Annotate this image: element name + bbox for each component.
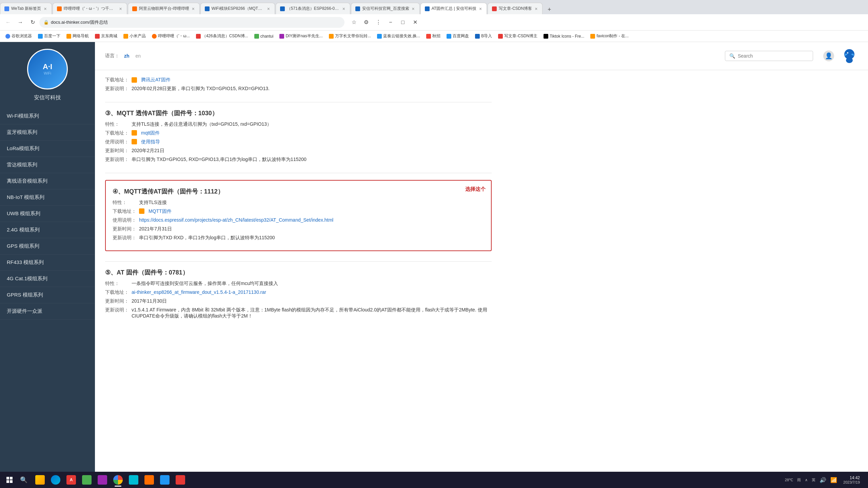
taskbar-app-explorer[interactable] (33, 472, 47, 487)
tab-label-at-firmware: AT固件汇总 | 安信可科技 (432, 6, 476, 12)
reload-button[interactable]: ↻ (27, 17, 38, 28)
bookmark-nav[interactable]: 网络导航 (64, 32, 92, 40)
tab-close-anxin-search[interactable]: × (411, 6, 415, 12)
bookmark-bilibili[interactable]: 哔哩哔哩（'・ω... (149, 32, 193, 40)
user-icon[interactable]: 👤 (823, 50, 834, 61)
search-box[interactable]: 🔍 (725, 51, 813, 61)
bookmark-csdn426[interactable]: （426条消息）CSDN博... (193, 32, 251, 40)
main-content[interactable]: 语言： zh en 🔍 👤 (95, 42, 868, 472)
start-button[interactable] (3, 473, 16, 487)
s3-download-link[interactable]: mqtt固件 (141, 130, 160, 136)
tab-aliyun[interactable]: 阿里云物联网平台-哔哩哔哩 × (128, 3, 200, 14)
bookmark-google[interactable]: 谷歌浏览器 (3, 32, 35, 40)
bookmark-button[interactable]: ☆ (349, 17, 359, 28)
sidebar-item-wifi[interactable]: Wi-Fi模组系列 (0, 108, 95, 124)
tab-close-bilibili1[interactable]: × (118, 6, 122, 12)
taskbar-app-chrome[interactable] (111, 472, 125, 487)
tab-bilibili1[interactable]: 哔哩哔哩（'・ω・'）つ千杯—哔哩哔哩 × (53, 3, 127, 14)
bookmark-lanzou[interactable]: 蓝奏云链接失效,换... (374, 32, 423, 40)
sidebar-item-rf433[interactable]: RF433 模组系列 (0, 255, 95, 271)
sidebar-item-gprs[interactable]: GPRS 模组系列 (0, 287, 95, 303)
taskbar-app-app10[interactable] (157, 472, 172, 487)
sidebar-item-opensource[interactable]: 开源硬件一众派 (0, 303, 95, 320)
bookmark-diy[interactable]: DIY测评nas半先生... (277, 32, 325, 40)
tab-close-571[interactable]: × (342, 6, 346, 12)
taskbar-app-edge[interactable] (48, 472, 63, 487)
bookmark-label-nav: 网络导航 (73, 33, 89, 39)
sidebar-item-gps[interactable]: GPS 模组系列 (0, 238, 95, 255)
bookmark-csdn-write[interactable]: 写文章-CSDN博主 (495, 32, 540, 40)
taskbar-app-app11[interactable] (173, 472, 188, 487)
divider-3 (105, 261, 492, 262)
tab-close-at-firmware[interactable]: × (478, 6, 482, 12)
tray-network[interactable]: 🔊 (818, 476, 828, 484)
bookmark-jd[interactable]: 京东商城 (92, 32, 120, 40)
sidebar-item-radar[interactable]: 雷达模组系列 (0, 157, 95, 173)
sidebar-item-24g[interactable]: 2.4G 模组系列 (0, 222, 95, 238)
tab-close-csdn[interactable]: × (534, 6, 538, 12)
s3-usage-link[interactable]: 使用指导 (141, 139, 160, 145)
maximize-button[interactable]: □ (397, 17, 408, 28)
s4-download-link[interactable]: MQTT固件 (149, 208, 172, 215)
s4-desc-value: 串口引脚为TXD RXD，串口1作为log串口，默认波特率为115200 (139, 235, 275, 241)
sidebar-item-nbiot[interactable]: NB-IoT 模组系列 (0, 189, 95, 206)
lang-zh[interactable]: zh (123, 53, 131, 59)
tray-wifi[interactable]: 📶 (829, 476, 839, 484)
taskbar-app-acrobat[interactable]: A (64, 472, 79, 487)
bookmark-qiuzhao[interactable]: 秋招 (423, 32, 443, 40)
bookmark-tiktok[interactable]: Tiktok Icons - Fre... (541, 33, 587, 40)
bookmark-baidu-pan[interactable]: 百度网盘 (444, 32, 472, 40)
bookmark-favicon[interactable]: favicon制作 - 在... (588, 32, 631, 40)
back-button[interactable]: ← (3, 17, 14, 28)
close-button[interactable]: ✕ (410, 17, 420, 28)
tray-ime[interactable]: 英 (810, 477, 817, 483)
bookmark-wanzi[interactable]: 万字长文带你玩转... (326, 32, 374, 40)
taskbar-search-button[interactable]: 🔍 (18, 474, 30, 486)
tray-arrow[interactable]: ∧ (804, 477, 809, 483)
tab-at-firmware[interactable]: AT固件汇总 | 安信可科技 × (420, 3, 487, 14)
tab-571[interactable]: （571条消息）ESP8266-01 M... × (276, 3, 350, 14)
lang-en[interactable]: en (134, 53, 142, 59)
sidebar-item-bluetooth[interactable]: 蓝牙模组系列 (0, 124, 95, 141)
profile-button[interactable]: ⚙ (361, 17, 372, 28)
s5-download-link[interactable]: ai-thinker_esp8266_at_firmware_dout_v1.5… (132, 289, 266, 295)
bookmark-label-qiuzhao: 秋招 (432, 33, 440, 39)
tab-close-aliyun[interactable]: × (191, 6, 195, 12)
user-avatar-icon: 👤 (825, 52, 832, 60)
address-bar[interactable]: 🔒 docs.ai-thinker.com/固件总结 (39, 17, 344, 28)
tab-close-wifi[interactable]: × (267, 6, 271, 12)
bookmark-xiaomi[interactable]: 小米产品 (121, 32, 149, 40)
taskbar-app-app6[interactable] (95, 472, 110, 487)
tab-anxin-search[interactable]: 安信可科技官网_百度搜索 × (351, 3, 420, 14)
time-display[interactable]: 14:42 2023/7/19 (841, 475, 863, 484)
prev-download-link[interactable]: 腾讯云AT固件 (141, 77, 171, 83)
tab-favicon-csdn (492, 6, 497, 11)
svg-rect-5 (6, 480, 9, 483)
tab-close-wetab[interactable]: × (43, 6, 47, 12)
extension-button[interactable]: ⋮ (373, 17, 384, 28)
taskbar-app-app8[interactable] (126, 472, 141, 487)
highlight-badge[interactable]: 选择这个 (465, 186, 486, 192)
new-tab-button[interactable]: + (545, 5, 554, 14)
tab-wetab[interactable]: WeTab 新标签页 × (0, 3, 52, 14)
prev-link-icon (132, 77, 137, 83)
s3-desc-label: 更新说明： (105, 157, 129, 163)
bookmark-icon-diy (279, 34, 284, 39)
s4-link-icon (139, 208, 144, 214)
forward-button[interactable]: → (15, 17, 26, 28)
minimize-button[interactable]: − (385, 17, 396, 28)
bookmark-import[interactable]: B导入 (472, 32, 495, 40)
taskbar-app-app5[interactable] (79, 472, 94, 487)
s4-usage-link[interactable]: https://docs.espressif.com/projects/esp-… (139, 217, 333, 223)
bookmark-baidu[interactable]: 百度一下 (35, 32, 63, 40)
tab-csdn[interactable]: 写文章-CSDN博客 × (488, 3, 542, 14)
sidebar-item-voice[interactable]: 离线语音模组系列 (0, 173, 95, 189)
bookmark-chantui[interactable]: chantui (252, 33, 276, 40)
sidebar-item-lora[interactable]: LoRa模组系列 (0, 141, 95, 157)
clock-time: 14:42 (850, 475, 860, 480)
taskbar-app-app9[interactable] (142, 472, 157, 487)
tab-wifi[interactable]: WiFi模块ESP8266（MQTT协议） × (200, 3, 275, 14)
search-input[interactable] (738, 53, 809, 59)
sidebar-item-uwb[interactable]: UWB 模组系列 (0, 206, 95, 222)
sidebar-item-4g[interactable]: 4G Cat.1模组系列 (0, 271, 95, 287)
